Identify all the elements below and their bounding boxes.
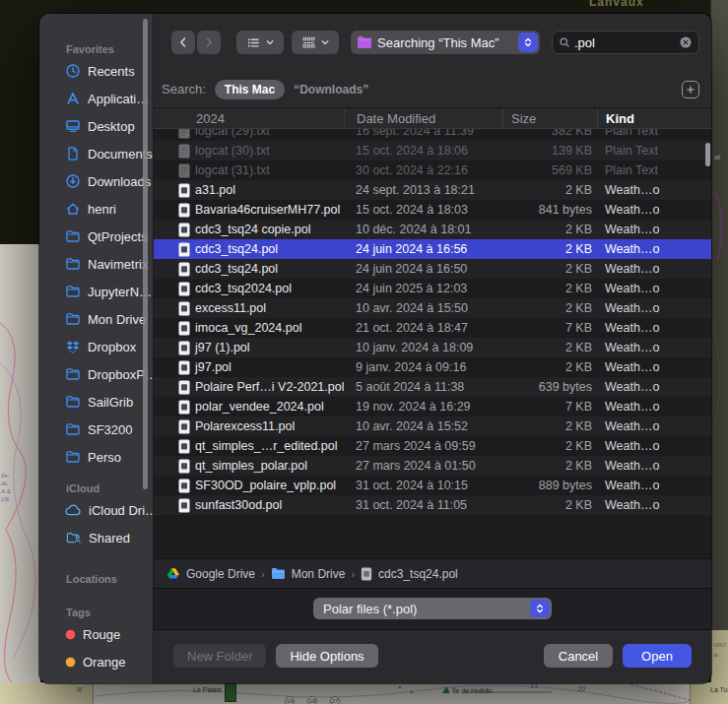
file-kind: Weath…o	[597, 498, 711, 512]
file-row[interactable]: sunfast30od.pol31 oct. 2024 à 11:052 KBW…	[154, 495, 711, 515]
column-header-row: 2024 Date Modified Size Kind	[154, 108, 711, 129]
sidebar-item-label: Jaune	[83, 682, 117, 684]
sidebar-item-label: Desktop	[88, 119, 135, 134]
sidebar-item-downloads[interactable]: Downloads	[39, 167, 153, 195]
file-row[interactable]: cdc3_tsq24 copie.pol10 déc. 2024 à 18:01…	[154, 220, 711, 239]
file-row[interactable]: a31.pol24 sept. 2013 à 18:212 KBWeath…o	[154, 180, 711, 200]
folder-icon	[65, 228, 81, 244]
file-row[interactable]: logcat (29).txt16 sept. 2024 à 11:39382 …	[154, 129, 711, 141]
clear-search-icon[interactable]	[679, 35, 693, 49]
open-button[interactable]: Open	[623, 644, 692, 668]
file-kind: Weath…o	[597, 183, 711, 197]
file-row[interactable]: Polaire Perf…i V2-2021.pol5 août 2024 à …	[154, 377, 711, 397]
breadcrumb-item-cdc3-tsq24-pol[interactable]: cdc3_tsq24.pol	[361, 567, 458, 581]
list-view-button[interactable]	[236, 31, 284, 54]
scope-downloads[interactable]: “Downloads”	[294, 83, 368, 96]
breadcrumb-item-mon-drive[interactable]: Mon Drive	[271, 567, 346, 581]
sidebar-item-sf3200[interactable]: SF3200	[39, 416, 153, 443]
sidebar-item-icloud-dri[interactable]: iCloud Dri…	[39, 496, 153, 524]
file-row[interactable]: logcat (30).txt15 oct. 2024 à 18:06139 K…	[154, 141, 711, 160]
sidebar-item-orange[interactable]: Orange	[39, 648, 153, 675]
sidebar-item-mon-drive[interactable]: Mon Drive	[39, 305, 153, 333]
file-row[interactable]: excess11.pol10 avr. 2024 à 15:502 KBWeat…	[154, 298, 711, 318]
forward-button[interactable]	[197, 31, 221, 54]
sidebar-scrollbar[interactable]	[143, 19, 148, 489]
file-row[interactable]: SF30OD_polaire_vplp.pol31 oct. 2024 à 10…	[154, 476, 711, 495]
file-row[interactable]: qt_simples_polar.pol27 mars 2024 à 01:50…	[154, 456, 711, 476]
pol-file-icon	[178, 498, 190, 513]
file-row[interactable]: Bavaria46cruiserMH77.pol15 oct. 2024 à 1…	[154, 200, 711, 220]
file-name-cell: qt_simples_polar.pol	[154, 459, 344, 474]
file-row[interactable]: j97 (1).pol10 janv. 2024 à 18:092 KBWeat…	[154, 338, 711, 357]
sidebar-item-jaune[interactable]: Jaune	[39, 675, 153, 683]
open-file-dialog: FavoritesRecentsApplicati…DesktopDocumen…	[39, 14, 711, 683]
search-input[interactable]	[574, 35, 663, 50]
cancel-button[interactable]: Cancel	[544, 644, 613, 668]
file-row[interactable]: cdc3_tsq2024.pol24 juin 2025 à 12:032 KB…	[154, 279, 711, 298]
file-row[interactable]: logcat (31).txt30 oct. 2024 à 22:16569 K…	[154, 160, 711, 180]
pol-file-icon	[178, 262, 190, 277]
sidebar-item-qtprojects[interactable]: QtProjects	[39, 223, 153, 250]
folder-icon	[65, 311, 81, 327]
column-header-size[interactable]: Size	[502, 108, 597, 128]
scope-this-mac[interactable]: This Mac	[215, 80, 285, 99]
file-kind: Plain Text	[597, 129, 711, 138]
map-depth-mark: 18	[307, 696, 317, 704]
folder-filled-icon	[271, 567, 286, 580]
pol-file-icon	[178, 380, 190, 395]
sidebar-item-dropbox[interactable]: Dropbox	[39, 333, 153, 360]
sidebar-item-sailgrib[interactable]: SailGrib	[39, 388, 153, 416]
column-header-date-modified[interactable]: Date Modified	[344, 108, 502, 128]
file-kind: Weath…o	[597, 439, 711, 453]
sidebar-item-rouge[interactable]: Rouge	[39, 620, 153, 648]
column-header-kind[interactable]: Kind	[597, 108, 711, 128]
sidebar-item-jupytern[interactable]: JupyterN…	[39, 278, 153, 305]
map-bottom-chart: R Le Palais 19 18 27 × × Île de Hoëdic 1…	[0, 682, 728, 704]
file-date: 15 oct. 2024 à 18:06	[344, 144, 502, 158]
file-row[interactable]: imoca_vg_2024.pol21 oct. 2024 à 18:477 K…	[154, 318, 711, 338]
search-field[interactable]	[552, 31, 699, 54]
file-list-scrollbar[interactable]	[705, 143, 710, 166]
home-icon	[65, 201, 81, 217]
sidebar-item-desktop[interactable]: Desktop	[39, 112, 153, 140]
file-size: 2 KB	[502, 223, 597, 236]
file-row[interactable]: Polarexcess11.pol10 avr. 2024 à 15:522 K…	[154, 416, 711, 436]
location-dropdown[interactable]: Searching “This Mac”	[351, 31, 540, 54]
map-fragment: AL	[1, 480, 8, 487]
sidebar-item-recents[interactable]: Recents	[39, 57, 153, 85]
group-view-button[interactable]	[292, 31, 339, 54]
sidebar-item-applicati[interactable]: Applicati…	[39, 85, 153, 112]
add-search-criteria-button[interactable]	[682, 81, 699, 98]
back-button[interactable]	[171, 31, 195, 54]
new-folder-button[interactable]: New Folder	[173, 644, 266, 668]
applications-icon	[65, 91, 81, 106]
pol-file-icon	[178, 400, 190, 415]
sidebar-item-shared[interactable]: Shared	[39, 524, 153, 551]
sidebar-item-navimetrix[interactable]: Navimetrix	[39, 250, 153, 278]
file-date: 30 oct. 2024 à 22:16	[344, 163, 502, 177]
chevron-down-icon	[320, 37, 330, 47]
file-row[interactable]: qt_simples_…r_edited.pol27 mars 2024 à 0…	[154, 436, 711, 456]
clock-icon	[65, 63, 81, 79]
column-header-name-group[interactable]: 2024	[154, 111, 344, 126]
sidebar-item-dropboxp[interactable]: DropboxP…	[39, 360, 153, 388]
document-blue-icon	[65, 146, 81, 161]
file-row[interactable]: polar_vendee_2024.pol19 nov. 2024 à 16:2…	[154, 397, 711, 416]
sidebar-item-henri[interactable]: henri	[39, 195, 153, 223]
sidebar-item-perso[interactable]: Perso	[39, 443, 153, 471]
file-format-dropdown[interactable]: Polar files (*.pol)	[313, 598, 552, 619]
hide-options-button[interactable]: Hide Options	[276, 644, 377, 668]
sidebar-item-documents[interactable]: Documents	[39, 140, 153, 167]
file-row[interactable]: j97.pol9 janv. 2024 à 09:162 KBWeath…o	[154, 357, 711, 377]
chevron-left-icon	[176, 35, 190, 49]
file-name: Polaire Perf…i V2-2021.pol	[195, 380, 344, 394]
file-kind: Weath…o	[597, 479, 711, 492]
sidebar-item-label: Dropbox	[88, 340, 136, 354]
breadcrumb: Google Drive›Mon Drive›cdc3_tsq24.pol	[154, 558, 711, 588]
file-row[interactable]: cdc3_tsq24.pol24 juin 2024 à 16:502 KBWe…	[154, 259, 711, 279]
breadcrumb-item-google-drive[interactable]: Google Drive	[166, 567, 255, 581]
file-row[interactable]: cdc3_tsq24.pol24 juin 2024 à 16:562 KBWe…	[154, 239, 711, 259]
file-name: cdc3_tsq24.pol	[195, 262, 278, 276]
document-gray-icon	[361, 567, 372, 581]
chevron-down-icon	[265, 37, 275, 47]
